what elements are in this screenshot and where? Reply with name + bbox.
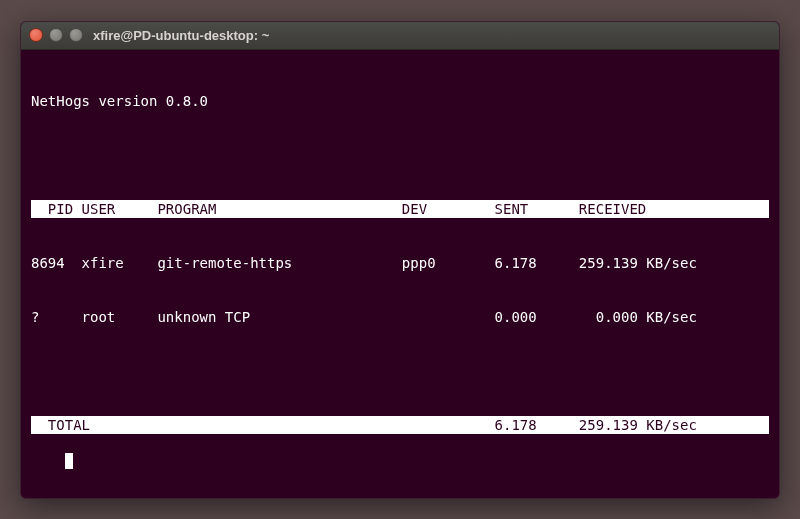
cursor-icon [65,453,73,469]
table-row: 8694 xfire git-remote-https ppp0 6.178 2… [31,254,769,272]
table-header: PID USER PROGRAM DEV SENT RECEIVED [31,200,769,218]
maximize-icon[interactable] [69,28,83,42]
blank-line [31,362,769,380]
window-controls [29,28,83,42]
table-row: ? root unknown TCP 0.000 0.000 KB/sec [31,308,769,326]
window-title: xfire@PD-ubuntu-desktop: ~ [93,28,269,43]
terminal-viewport[interactable]: NetHogs version 0.8.0 PID USER PROGRAM D… [21,50,779,498]
blank-line [31,146,769,164]
close-icon[interactable] [29,28,43,42]
total-row: TOTAL 6.178 259.139 KB/sec [31,416,769,434]
minimize-icon[interactable] [49,28,63,42]
app-header: NetHogs version 0.8.0 [31,92,769,110]
terminal-window: xfire@PD-ubuntu-desktop: ~ NetHogs versi… [20,21,780,499]
titlebar[interactable]: xfire@PD-ubuntu-desktop: ~ [21,22,779,50]
